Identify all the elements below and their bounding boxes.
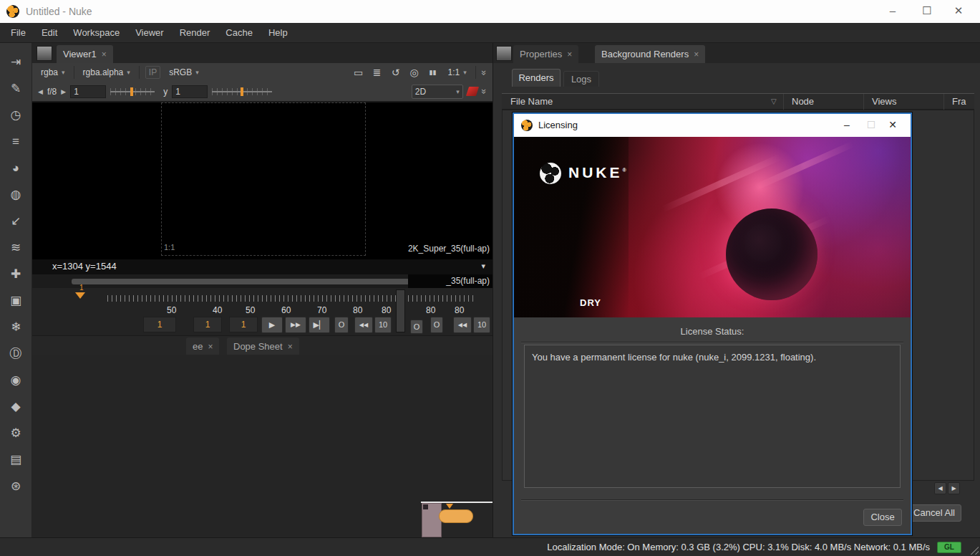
tool-3d-icon[interactable]: ▣	[7, 293, 24, 309]
rewind-button[interactable]: ◀◀	[453, 317, 472, 333]
tab-partial[interactable]: ee×	[186, 337, 219, 355]
annotation-pen-icon[interactable]	[466, 87, 479, 96]
col-node[interactable]: Node	[792, 96, 814, 107]
prev-arrow-icon[interactable]: ◀	[38, 88, 43, 95]
range-end-field[interactable]: 1	[229, 317, 258, 332]
subtab-renders[interactable]: Renders	[512, 69, 561, 87]
expand-chevrons-icon[interactable]: »	[479, 89, 490, 94]
next-arrow-icon[interactable]: ▶	[61, 88, 66, 95]
tool-merge-icon[interactable]: ≋	[7, 240, 24, 256]
tool-deep-icon[interactable]: Ⓓ	[7, 346, 24, 362]
cancel-all-button[interactable]: Cancel All	[907, 504, 961, 522]
tab-close-icon[interactable]: ×	[694, 49, 699, 59]
close-button[interactable]: ✕	[943, 0, 974, 23]
tab-close-icon[interactable]: ×	[288, 342, 293, 352]
menu-cache[interactable]: Cache	[218, 23, 261, 43]
fast-forward-button[interactable]: ▶▶	[285, 317, 306, 333]
scroll-right-button[interactable]: ▶	[948, 482, 960, 494]
tab-viewer1-close-icon[interactable]: ×	[102, 49, 107, 59]
col-file-name[interactable]: File Name	[510, 96, 553, 107]
col-views[interactable]: Views	[872, 96, 896, 107]
tool-keyer-icon[interactable]: ↙	[7, 214, 24, 229]
sort-icon[interactable]: ▽	[771, 97, 777, 105]
playhead-marker[interactable]	[75, 292, 85, 299]
tool-plugins-icon[interactable]: ⊛	[7, 479, 24, 494]
tool-draw-icon[interactable]: ✎	[7, 81, 24, 97]
refresh-icon[interactable]: ↺	[389, 67, 402, 78]
zoom-dropdown[interactable]: 1:1▾	[445, 66, 470, 79]
close-dialog-button[interactable]: Close	[863, 509, 902, 526]
tab-background-renders[interactable]: Background Renders×	[595, 45, 705, 63]
play-button[interactable]: ▶	[261, 317, 283, 333]
layer-dropdown[interactable]: rgba.alpha▾	[80, 66, 133, 79]
tool-time-icon[interactable]: ◷	[7, 107, 24, 123]
column-divider[interactable]	[863, 94, 864, 110]
goto-end-button[interactable]: ▶▏	[309, 317, 330, 333]
column-divider[interactable]	[783, 94, 784, 110]
colorspace-dropdown[interactable]: sRGB▾	[166, 66, 202, 79]
tool-other-icon[interactable]: ▤	[7, 452, 24, 468]
gain-input[interactable]	[70, 85, 106, 98]
gain-slider[interactable]	[110, 87, 155, 97]
range-start-field[interactable]: 1	[193, 317, 222, 332]
menu-render[interactable]: Render	[172, 23, 218, 43]
channels-dropdown[interactable]: rgba▾	[38, 66, 68, 79]
menu-file[interactable]: File	[3, 23, 34, 43]
current-frame-field[interactable]: 1	[143, 317, 176, 332]
pane-menu-icon[interactable]	[496, 46, 512, 61]
dialog-minimize-button[interactable]: –	[835, 114, 859, 137]
col-frames[interactable]: Fra	[952, 96, 966, 107]
minimize-button[interactable]: –	[877, 0, 908, 23]
tab-close-icon[interactable]: ×	[567, 49, 572, 59]
gamma-slider-handle[interactable]	[241, 87, 243, 96]
column-divider[interactable]	[943, 94, 944, 110]
tool-views-icon[interactable]: ◉	[7, 373, 24, 388]
tool-metadata-icon[interactable]: ◆	[7, 399, 24, 415]
maximize-button[interactable]: ☐	[911, 0, 943, 23]
rewind-button[interactable]: ◀◀	[354, 317, 373, 333]
viewer-node[interactable]	[439, 509, 473, 523]
tool-image-icon[interactable]: ⇥	[7, 54, 24, 70]
loop-mode-button[interactable]: O	[334, 317, 349, 333]
aperture-label[interactable]: f/8	[47, 87, 57, 97]
tool-filter-icon[interactable]: ◍	[7, 187, 24, 203]
scrub-bar[interactable]	[72, 279, 444, 284]
tab-properties[interactable]: Properties×	[513, 45, 578, 63]
gamma-slider[interactable]	[212, 87, 272, 97]
tool-channel-icon[interactable]: ≡	[7, 134, 24, 150]
view-mode-dropdown[interactable]: 2D▾	[412, 85, 463, 99]
loop-mode-button[interactable]: O	[430, 317, 443, 333]
tab-viewer1[interactable]: Viewer1×	[57, 45, 113, 63]
menu-help[interactable]: Help	[261, 23, 296, 43]
viewer-canvas[interactable]: 1:1 2K_Super_35(full-ap)	[32, 102, 493, 259]
float-window-icon[interactable]: ▭	[352, 67, 365, 78]
input-process-button[interactable]: IP	[145, 66, 160, 79]
pane-menu-icon[interactable]	[37, 46, 52, 61]
wipe-list-icon[interactable]: ≣	[371, 67, 384, 78]
license-text-box[interactable]: You have a permanent license for nuke (n…	[524, 345, 901, 488]
tool-toolsets-icon[interactable]: ⚙	[7, 426, 24, 441]
tool-color-icon[interactable]: ◕	[7, 160, 24, 176]
menu-workspace[interactable]: Workspace	[65, 23, 127, 43]
loop-mode-button[interactable]: O	[410, 320, 423, 334]
gain-slider-handle[interactable]	[130, 87, 133, 96]
dialog-close-button[interactable]: ✕	[880, 114, 905, 137]
timeline-ruler[interactable]	[107, 295, 474, 302]
tool-transform-icon[interactable]: ✚	[7, 267, 24, 282]
tab-close-icon[interactable]: ×	[208, 342, 213, 352]
frame-increment-field[interactable]: 10	[374, 317, 392, 333]
menu-edit[interactable]: Edit	[34, 23, 65, 43]
timeline-scroll-handle[interactable]	[396, 289, 405, 332]
expand-chevrons-icon[interactable]: »	[479, 70, 490, 75]
scroll-left-button[interactable]: ◀	[934, 482, 946, 494]
roi-icon[interactable]: ◎	[408, 67, 421, 78]
resize-grip[interactable]	[969, 545, 979, 555]
pause-icon[interactable]: ▮▮	[427, 69, 440, 76]
menu-viewer[interactable]: Viewer	[127, 23, 172, 43]
chevron-down-icon[interactable]: ▾	[481, 262, 485, 271]
tab-dope-sheet[interactable]: Dope Sheet×	[227, 337, 299, 355]
frame-increment-field[interactable]: 10	[473, 317, 490, 333]
subtab-logs[interactable]: Logs	[563, 71, 599, 87]
tool-particles-icon[interactable]: ❄	[7, 320, 24, 335]
gamma-input[interactable]	[172, 85, 208, 98]
